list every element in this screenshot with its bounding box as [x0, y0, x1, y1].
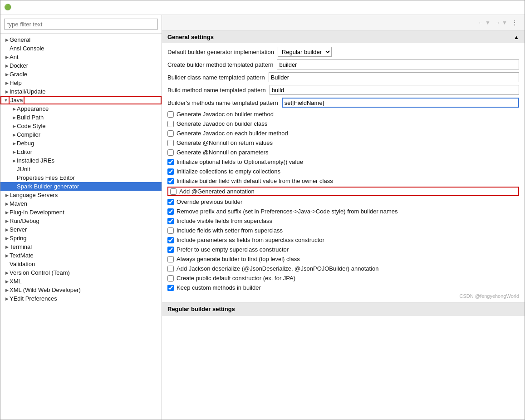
window-controls [482, 3, 521, 12]
checkbox-label-include-visible-fields: Include visible fields from superclass [177, 217, 272, 224]
tree-item-gradle[interactable]: ▶Gradle [0, 70, 162, 79]
tree-item-terminal[interactable]: ▶Terminal [0, 242, 162, 251]
form-row: Builder class name templated pattern [167, 72, 519, 82]
checkbox-gen-javadoc-builder-class[interactable] [167, 121, 174, 127]
checkbox-row-init-builder-default: Initialize builder field with default va… [167, 177, 519, 185]
tree-item-debug[interactable]: ▶Debug [0, 139, 162, 148]
tree-item-server[interactable]: ▶Server [0, 225, 162, 234]
checkbox-prefer-empty-superclass[interactable] [167, 247, 174, 253]
section-title-regular-builder-settings: Regular builder settings [167, 306, 235, 312]
tree-item-java[interactable]: ▼Java [0, 96, 162, 104]
checkbox-label-include-params-fields: Include parameters as fields from superc… [177, 237, 324, 243]
checkbox-init-collections[interactable] [167, 168, 174, 175]
tree-item-xml[interactable]: ▶XML [0, 277, 162, 286]
tree-arrow-spark-builder-generator [11, 184, 17, 189]
tree-label-properties-files-editor: Properties Files Editor [17, 174, 75, 181]
checkbox-add-generated[interactable] [170, 188, 177, 195]
close-button[interactable] [509, 3, 521, 12]
checkbox-row-add-generated: Add @Generated annotation [167, 187, 519, 196]
checkbox-row-init-optional: Initialize optional fields to Optional.e… [167, 158, 519, 166]
minimize-button[interactable] [482, 3, 494, 12]
checkbox-row-gen-javadoc-builder-method: Generate Javadoc on builder method [167, 110, 519, 118]
tree-item-spring[interactable]: ▶Spring [0, 234, 162, 242]
checkbox-init-builder-default[interactable] [167, 178, 174, 184]
tree-arrow-help: ▶ [4, 80, 10, 86]
checkbox-include-params-fields[interactable] [167, 237, 174, 243]
tree-arrow-run-debug: ▶ [4, 218, 10, 224]
builders-methods-input[interactable] [282, 98, 519, 108]
form-row: Create builder method templated pattern [167, 59, 519, 69]
form-input[interactable] [277, 59, 519, 69]
checkbox-include-visible-fields[interactable] [167, 218, 174, 224]
checkbox-keep-custom-methods[interactable] [167, 285, 174, 291]
checkbox-remove-prefix-suffix[interactable] [167, 208, 174, 215]
tree-item-install-update[interactable]: ▶Install/Update [0, 87, 162, 96]
tree-label-debug: Debug [17, 140, 34, 147]
checkbox-include-setter-fields[interactable] [167, 227, 174, 234]
checkbox-create-public-constructor[interactable] [167, 275, 174, 282]
checkbox-gen-nonnull-params[interactable] [167, 149, 174, 156]
checkbox-label-gen-javadoc-builder-class: Generate Javadoc on builder class [177, 120, 267, 127]
tree-item-code-style[interactable]: ▶Code Style [0, 122, 162, 130]
tree-item-yedit[interactable]: ▶YEdit Preferences [0, 294, 162, 303]
tree-item-plug-in-development[interactable]: ▶Plug-in Development [0, 208, 162, 217]
tree-item-appearance[interactable]: ▶Appearance [0, 104, 162, 113]
form-label: Builder's methods name templated pattern [167, 99, 278, 106]
maximize-button[interactable] [496, 3, 507, 12]
tree-item-textmate[interactable]: ▶TextMate [0, 251, 162, 260]
tree-label-xml-wild: XML (Wild Web Developer) [10, 287, 81, 293]
tree-item-language-servers[interactable]: ▶Language Servers [0, 191, 162, 199]
tree-arrow-yedit: ▶ [4, 296, 10, 301]
tree-item-xml-wild[interactable]: ▶XML (Wild Web Developer) [0, 286, 162, 294]
default-builder-select[interactable]: Regular builder [278, 47, 332, 57]
tree-item-compiler[interactable]: ▶Compiler [0, 130, 162, 139]
back-button[interactable]: ← ▼ [476, 19, 492, 27]
tree-arrow-gradle: ▶ [4, 72, 10, 77]
tree-item-installed-jres[interactable]: ▶Installed JREs [0, 156, 162, 165]
checkbox-label-init-optional: Initialize optional fields to Optional.e… [177, 158, 303, 165]
tree-label-maven: Maven [10, 200, 27, 207]
checkbox-init-optional[interactable] [167, 159, 174, 165]
tree-item-ant[interactable]: ▶Ant [0, 53, 162, 61]
tree-item-maven[interactable]: ▶Maven [0, 199, 162, 208]
tree-item-general[interactable]: ▶General [0, 35, 162, 44]
tree-arrow-docker: ▶ [4, 63, 10, 69]
tree-item-run-debug[interactable]: ▶Run/Debug [0, 217, 162, 225]
filter-input[interactable] [4, 19, 158, 30]
checkbox-gen-nonnull-return[interactable] [167, 140, 174, 146]
form-label: Build method name templated pattern [167, 87, 266, 94]
checkbox-override-previous[interactable] [167, 199, 174, 205]
tree-label-spark-builder-generator: Spark Builder generator [17, 183, 79, 190]
tree-item-editor[interactable]: ▶Editor [0, 148, 162, 156]
checkbox-always-generate-top-level[interactable] [167, 256, 174, 262]
tree-item-spark-builder-generator[interactable]: Spark Builder generator [0, 182, 162, 191]
checkbox-gen-javadoc-builder-method[interactable] [167, 111, 174, 118]
form-input[interactable] [270, 85, 519, 95]
tree-label-validation: Validation [10, 261, 35, 267]
tree-label-junit: JUnit [17, 166, 30, 173]
checkbox-add-jackson[interactable] [167, 266, 174, 272]
checkbox-label-remove-prefix-suffix: Remove prefix and suffix (set in Prefere… [177, 208, 397, 215]
tree-item-help[interactable]: ▶Help [0, 79, 162, 87]
tree-item-properties-files-editor[interactable]: Properties Files Editor [0, 173, 162, 182]
tree-item-version-control[interactable]: ▶Version Control (Team) [0, 268, 162, 277]
tree-item-docker[interactable]: ▶Docker [0, 61, 162, 70]
tree-arrow-server: ▶ [4, 227, 10, 232]
tree-label-compiler: Compiler [17, 131, 40, 138]
options-button[interactable]: ⋮ [510, 19, 519, 27]
tree-arrow-junit [11, 167, 17, 172]
section-general-settings: General settings▲Default builder generat… [162, 31, 525, 303]
tree-item-ansi-console[interactable]: Ansi Console [0, 44, 162, 53]
forward-button[interactable]: → ▼ [493, 19, 509, 27]
tree-label-java: Java [9, 97, 25, 104]
tree-arrow-version-control: ▶ [4, 270, 10, 276]
section-collapse-general-settings[interactable]: ▲ [514, 34, 519, 40]
section-regular-builder-settings: Regular builder settings [162, 303, 525, 316]
checkbox-gen-javadoc-each[interactable] [167, 130, 174, 137]
tree-label-textmate: TextMate [10, 252, 34, 259]
tree-item-junit[interactable]: JUnit [0, 165, 162, 173]
tree-label-gradle: Gradle [10, 71, 27, 78]
form-input[interactable] [269, 72, 519, 82]
tree-item-build-path[interactable]: ▶Build Path [0, 113, 162, 122]
tree-item-validation[interactable]: Validation [0, 260, 162, 268]
